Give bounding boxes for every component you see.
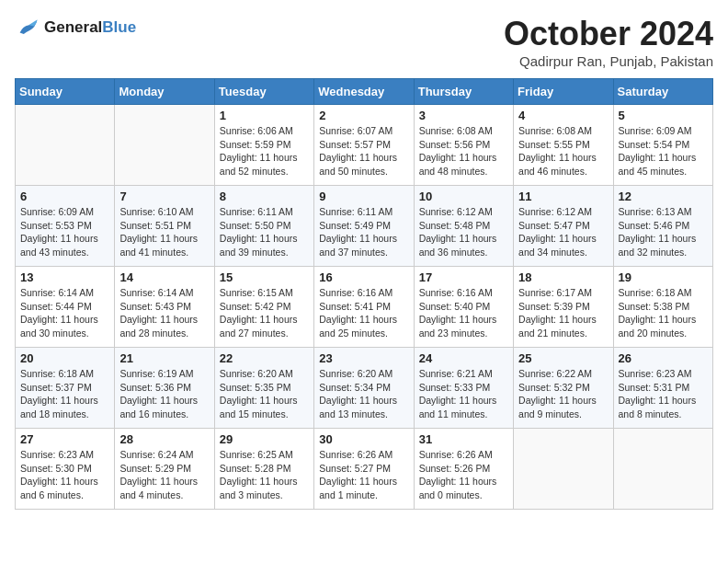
day-info: Sunrise: 6:19 AMSunset: 5:36 PMDaylight:… [119,367,209,421]
calendar-header-monday: Monday [115,79,214,105]
calendar-header-row: SundayMondayTuesdayWednesdayThursdayFrid… [16,79,713,105]
day-number: 31 [419,432,508,446]
day-number: 18 [518,270,608,284]
calendar-cell [16,105,115,186]
calendar-week-4: 20Sunrise: 6:18 AMSunset: 5:37 PMDayligh… [16,348,713,429]
calendar-cell: 23Sunrise: 6:20 AMSunset: 5:34 PMDayligh… [314,348,414,429]
day-info: Sunrise: 6:08 AMSunset: 5:56 PMDaylight:… [419,124,508,178]
day-info: Sunrise: 6:10 AMSunset: 5:51 PMDaylight:… [119,205,209,259]
calendar-cell: 10Sunrise: 6:12 AMSunset: 5:48 PMDayligh… [414,186,513,267]
logo-text: GeneralBlue [44,19,136,37]
calendar-cell: 11Sunrise: 6:12 AMSunset: 5:47 PMDayligh… [514,186,613,267]
calendar-cell: 28Sunrise: 6:24 AMSunset: 5:29 PMDayligh… [115,429,214,510]
day-number: 27 [20,432,109,446]
calendar-cell: 5Sunrise: 6:09 AMSunset: 5:54 PMDaylight… [613,105,712,186]
calendar-cell: 8Sunrise: 6:11 AMSunset: 5:50 PMDaylight… [214,186,313,267]
calendar-cell: 31Sunrise: 6:26 AMSunset: 5:26 PMDayligh… [414,429,513,510]
day-info: Sunrise: 6:09 AMSunset: 5:53 PMDaylight:… [20,205,109,259]
day-number: 17 [419,270,508,284]
logo: GeneralBlue [15,15,136,40]
day-number: 22 [220,351,309,365]
day-info: Sunrise: 6:26 AMSunset: 5:26 PMDaylight:… [419,448,508,502]
calendar-week-5: 27Sunrise: 6:23 AMSunset: 5:30 PMDayligh… [16,429,713,510]
day-info: Sunrise: 6:07 AMSunset: 5:57 PMDaylight:… [319,124,408,178]
day-info: Sunrise: 6:11 AMSunset: 5:50 PMDaylight:… [220,205,309,259]
day-info: Sunrise: 6:17 AMSunset: 5:39 PMDaylight:… [518,286,608,340]
page-header: GeneralBlue October 2024 Qadirpur Ran, P… [15,15,713,69]
month-title: October 2024 [504,15,713,53]
day-number: 13 [20,270,109,284]
day-info: Sunrise: 6:12 AMSunset: 5:48 PMDaylight:… [419,205,508,259]
calendar-cell: 18Sunrise: 6:17 AMSunset: 5:39 PMDayligh… [514,267,613,348]
day-number: 2 [319,109,408,122]
calendar-cell: 9Sunrise: 6:11 AMSunset: 5:49 PMDaylight… [314,186,414,267]
calendar-cell: 26Sunrise: 6:23 AMSunset: 5:31 PMDayligh… [613,348,712,429]
day-info: Sunrise: 6:09 AMSunset: 5:54 PMDaylight:… [619,124,708,178]
day-info: Sunrise: 6:15 AMSunset: 5:42 PMDaylight:… [220,286,309,340]
day-info: Sunrise: 6:11 AMSunset: 5:49 PMDaylight:… [319,205,408,259]
calendar-cell: 6Sunrise: 6:09 AMSunset: 5:53 PMDaylight… [16,186,115,267]
title-section: October 2024 Qadirpur Ran, Punjab, Pakis… [504,15,713,69]
calendar-cell: 22Sunrise: 6:20 AMSunset: 5:35 PMDayligh… [214,348,313,429]
calendar-cell: 1Sunrise: 6:06 AMSunset: 5:59 PMDaylight… [214,105,313,186]
day-info: Sunrise: 6:24 AMSunset: 5:29 PMDaylight:… [119,448,209,502]
calendar-week-2: 6Sunrise: 6:09 AMSunset: 5:53 PMDaylight… [16,186,713,267]
calendar-cell: 20Sunrise: 6:18 AMSunset: 5:37 PMDayligh… [16,348,115,429]
day-info: Sunrise: 6:21 AMSunset: 5:33 PMDaylight:… [419,367,508,421]
day-number: 24 [419,351,508,365]
day-number: 19 [619,270,708,284]
day-info: Sunrise: 6:25 AMSunset: 5:28 PMDaylight:… [220,448,309,502]
calendar-header-thursday: Thursday [414,79,513,105]
calendar-cell: 15Sunrise: 6:15 AMSunset: 5:42 PMDayligh… [214,267,313,348]
calendar-cell: 13Sunrise: 6:14 AMSunset: 5:44 PMDayligh… [16,267,115,348]
day-number: 26 [619,351,708,365]
day-number: 30 [319,432,408,446]
calendar-cell: 7Sunrise: 6:10 AMSunset: 5:51 PMDaylight… [115,186,214,267]
calendar-cell [613,429,712,510]
logo-icon [15,15,40,40]
calendar-cell: 16Sunrise: 6:16 AMSunset: 5:41 PMDayligh… [314,267,414,348]
day-info: Sunrise: 6:06 AMSunset: 5:59 PMDaylight:… [220,124,309,178]
day-number: 20 [20,351,109,365]
day-number: 10 [419,190,508,203]
calendar-cell: 30Sunrise: 6:26 AMSunset: 5:27 PMDayligh… [314,429,414,510]
day-info: Sunrise: 6:22 AMSunset: 5:32 PMDaylight:… [518,367,608,421]
day-number: 7 [119,190,209,203]
day-number: 14 [119,270,209,284]
day-number: 4 [518,109,608,122]
day-info: Sunrise: 6:13 AMSunset: 5:46 PMDaylight:… [619,205,708,259]
calendar-cell: 4Sunrise: 6:08 AMSunset: 5:55 PMDaylight… [514,105,613,186]
calendar-cell: 2Sunrise: 6:07 AMSunset: 5:57 PMDaylight… [314,105,414,186]
calendar-cell: 25Sunrise: 6:22 AMSunset: 5:32 PMDayligh… [514,348,613,429]
day-info: Sunrise: 6:14 AMSunset: 5:43 PMDaylight:… [119,286,209,340]
calendar-cell: 19Sunrise: 6:18 AMSunset: 5:38 PMDayligh… [613,267,712,348]
calendar-table: SundayMondayTuesdayWednesdayThursdayFrid… [15,78,713,510]
day-number: 25 [518,351,608,365]
day-info: Sunrise: 6:23 AMSunset: 5:31 PMDaylight:… [619,367,708,421]
day-info: Sunrise: 6:20 AMSunset: 5:35 PMDaylight:… [220,367,309,421]
day-number: 3 [419,109,508,122]
calendar-cell: 24Sunrise: 6:21 AMSunset: 5:33 PMDayligh… [414,348,513,429]
day-number: 15 [220,270,309,284]
day-number: 1 [220,109,309,122]
day-info: Sunrise: 6:12 AMSunset: 5:47 PMDaylight:… [518,205,608,259]
location-subtitle: Qadirpur Ran, Punjab, Pakistan [504,53,713,69]
day-number: 28 [119,432,209,446]
calendar-cell: 3Sunrise: 6:08 AMSunset: 5:56 PMDaylight… [414,105,513,186]
calendar-body: 1Sunrise: 6:06 AMSunset: 5:59 PMDaylight… [16,105,713,510]
calendar-week-3: 13Sunrise: 6:14 AMSunset: 5:44 PMDayligh… [16,267,713,348]
day-info: Sunrise: 6:14 AMSunset: 5:44 PMDaylight:… [20,286,109,340]
day-info: Sunrise: 6:16 AMSunset: 5:40 PMDaylight:… [419,286,508,340]
day-number: 5 [619,109,708,122]
calendar-cell [514,429,613,510]
day-number: 23 [319,351,408,365]
calendar-cell: 12Sunrise: 6:13 AMSunset: 5:46 PMDayligh… [613,186,712,267]
day-number: 12 [619,190,708,203]
calendar-cell: 17Sunrise: 6:16 AMSunset: 5:40 PMDayligh… [414,267,513,348]
calendar-header-wednesday: Wednesday [314,79,414,105]
day-number: 8 [220,190,309,203]
day-info: Sunrise: 6:26 AMSunset: 5:27 PMDaylight:… [319,448,408,502]
calendar-cell: 14Sunrise: 6:14 AMSunset: 5:43 PMDayligh… [115,267,214,348]
day-info: Sunrise: 6:20 AMSunset: 5:34 PMDaylight:… [319,367,408,421]
day-info: Sunrise: 6:23 AMSunset: 5:30 PMDaylight:… [20,448,109,502]
